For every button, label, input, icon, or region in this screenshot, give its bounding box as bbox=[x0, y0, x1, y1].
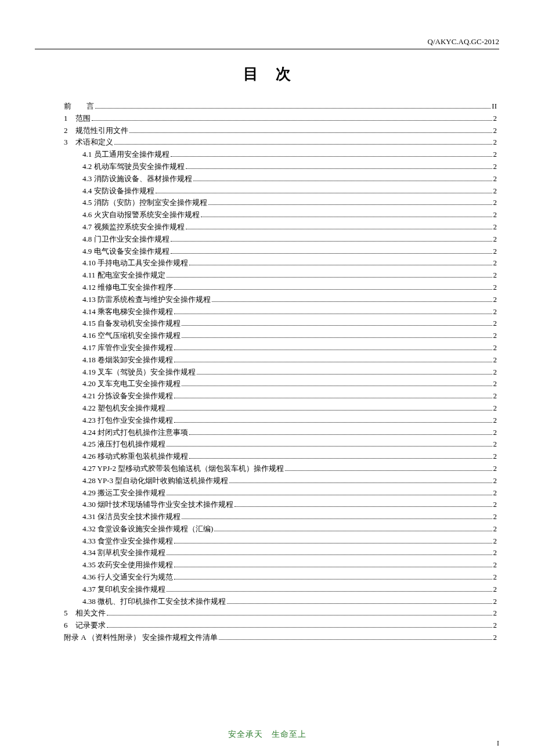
toc-leader-dots bbox=[107, 615, 492, 615]
toc-entry: 4.33 食堂作业安全操作规程2 bbox=[64, 535, 497, 548]
toc-entry-label: 4.18 卷烟装卸安全操作规程 bbox=[82, 354, 173, 366]
toc-entry-label: 2 规范性引用文件 bbox=[64, 125, 128, 137]
toc-entry: 4.4 安防设备操作规程2 bbox=[64, 185, 497, 197]
toc-entry-page: II bbox=[492, 100, 497, 113]
toc-entry-label: 4.30 烟叶技术现场辅导作业安全技术操作规程 bbox=[82, 499, 233, 511]
toc-entry: 4.5 消防（安防）控制室安全操作规程2 bbox=[64, 197, 497, 209]
toc-entry: 4.20 叉车充电工安全操作规程2 bbox=[64, 378, 497, 390]
toc-entry-label: 4.36 行人交通安全行为规范 bbox=[82, 571, 173, 584]
toc-entry: 4.38 微机、打印机操作工安全技术操作规程2 bbox=[64, 596, 497, 608]
toc-entry-label: 4.3 消防设施设备、器材操作规程 bbox=[82, 173, 192, 185]
toc-entry-page: 2 bbox=[493, 136, 497, 149]
toc-entry-page: 2 bbox=[493, 559, 497, 571]
toc-entry: 4.31 保洁员安全技术操作规程2 bbox=[64, 511, 497, 523]
toc-entry: 2 规范性引用文件2 bbox=[64, 125, 497, 137]
toc-leader-dots bbox=[189, 265, 492, 265]
toc-entry-page: 2 bbox=[493, 378, 497, 390]
toc-entry-page: 2 bbox=[493, 620, 497, 632]
toc-entry-label: 4.2 机动车驾驶员安全操作规程 bbox=[82, 161, 185, 173]
toc-leader-dots bbox=[167, 495, 492, 495]
toc-entry: 4.23 打包作业安全操作规程2 bbox=[64, 415, 497, 427]
toc-entry-label: 3 术语和定义 bbox=[64, 136, 113, 149]
toc-title: 目次 bbox=[35, 64, 499, 84]
toc-leader-dots bbox=[186, 229, 492, 229]
toc-entry-page: 2 bbox=[493, 257, 497, 269]
toc-entry-page: 2 bbox=[493, 113, 497, 125]
toc-leader-dots bbox=[167, 277, 492, 278]
toc-leader-dots bbox=[197, 374, 492, 375]
toc-entry-page: 2 bbox=[493, 571, 497, 584]
toc-entry-label: 4.33 食堂作业安全操作规程 bbox=[82, 535, 173, 548]
toc-entry-label: 4.20 叉车充电工安全操作规程 bbox=[82, 378, 181, 390]
toc-entry-label: 4.27 YPJ-2 型移动式胶带装包输送机（烟包装车机）操作规程 bbox=[82, 463, 284, 475]
toc-entry-label: 4.34 割草机安全操作规程 bbox=[82, 547, 165, 559]
toc-entry-page: 2 bbox=[493, 584, 497, 596]
toc-entry-page: 2 bbox=[493, 523, 497, 535]
toc-entry-page: 2 bbox=[493, 427, 497, 439]
toc-entry-label: 前 言 bbox=[64, 100, 94, 113]
toc-entry-label: 4.23 打包作业安全操作规程 bbox=[82, 415, 173, 427]
footer-motto: 安全承天 生命至上 bbox=[0, 729, 534, 740]
toc-leader-dots bbox=[167, 591, 492, 592]
toc-entry: 4.24 封闭式打包机操作注意事项2 bbox=[64, 427, 497, 439]
toc-entry-label: 4.10 手持电动工具安全操作规程 bbox=[82, 257, 188, 269]
toc-entry-page: 2 bbox=[493, 246, 497, 258]
toc-entry-page: 2 bbox=[493, 330, 497, 342]
toc-entry-page: 2 bbox=[493, 149, 497, 161]
toc-entry-label: 4.6 火灾自动报警系统安全操作规程 bbox=[82, 209, 200, 221]
toc-leader-dots bbox=[285, 470, 492, 471]
toc-entry-label: 4.21 分拣设备安全操作规程 bbox=[82, 390, 173, 402]
toc-entry: 4.30 烟叶技术现场辅导作业安全技术操作规程2 bbox=[64, 499, 497, 511]
toc-entry-page: 2 bbox=[493, 402, 497, 415]
document-page: Q/AKYC.AQ.GC-2012 目次 前 言II1 范围22 规范性引用文件… bbox=[0, 0, 534, 756]
toc-leader-dots bbox=[186, 168, 492, 169]
toc-entry-page: 2 bbox=[493, 125, 497, 137]
toc-entry-label: 4.38 微机、打印机操作工安全技术操作规程 bbox=[82, 596, 226, 608]
toc-entry: 4.15 自备发动机安全操作规程2 bbox=[64, 318, 497, 330]
toc-entry-label: 1 范围 bbox=[64, 113, 91, 125]
toc-entry-label: 4.4 安防设备操作规程 bbox=[82, 185, 154, 197]
toc-entry-page: 2 bbox=[493, 221, 497, 233]
toc-entry: 4.26 移动式称重包装机操作规程2 bbox=[64, 451, 497, 463]
toc-entry-page: 2 bbox=[493, 197, 497, 209]
toc-leader-dots bbox=[201, 217, 492, 217]
toc-entry: 4.11 配电室安全操作规定2 bbox=[64, 269, 497, 282]
toc-entry-label: 4.5 消防（安防）控制室安全操作规程 bbox=[82, 197, 207, 209]
toc-entry-label: 4.32 食堂设备设施安全操作规程（汇编) bbox=[82, 523, 213, 535]
toc-entry-label: 4.13 防雷系统检查与维护安全操作规程 bbox=[82, 294, 211, 306]
toc-entry-page: 2 bbox=[493, 596, 497, 608]
header-standard-code: Q/AKYC.AQ.GC-2012 bbox=[428, 37, 500, 46]
toc-entry-label: 4.28 YP-3 型自动化烟叶收购输送机操作规程 bbox=[82, 475, 228, 487]
toc-leader-dots bbox=[227, 603, 492, 604]
toc-entry: 5 相关文件2 bbox=[64, 607, 497, 620]
toc-entry-page: 2 bbox=[493, 475, 497, 487]
toc-leader-dots bbox=[182, 325, 492, 326]
toc-leader-dots bbox=[107, 627, 492, 628]
toc-entry-label: 4.29 搬运工安全操作规程 bbox=[82, 487, 165, 499]
toc-entry: 4.10 手持电动工具安全操作规程2 bbox=[64, 257, 497, 269]
toc-entry: 前 言II bbox=[64, 100, 497, 113]
toc-entry: 4.9 电气设备安全操作规程2 bbox=[64, 246, 497, 258]
toc-leader-dots bbox=[174, 362, 492, 362]
toc-entry: 4.12 维修电工安全操作程序2 bbox=[64, 282, 497, 294]
toc-entry-page: 2 bbox=[493, 487, 497, 499]
toc-entry-page: 2 bbox=[493, 269, 497, 282]
toc-entry-label: 4.15 自备发动机安全操作规程 bbox=[82, 318, 181, 330]
toc-entry: 4.7 视频监控系统安全操作规程2 bbox=[64, 221, 497, 233]
toc-entry-label: 6 记录要求 bbox=[64, 620, 106, 632]
toc-entry-label: 4.8 门卫作业安全操作规程 bbox=[82, 233, 169, 246]
toc-entry-page: 2 bbox=[493, 632, 497, 644]
toc-entry-label: 4.22 塑包机安全操作规程 bbox=[82, 402, 165, 415]
toc-leader-dots bbox=[208, 204, 492, 205]
toc-leader-dots bbox=[182, 519, 492, 519]
toc-entry: 4.17 库管作业安全操作规程2 bbox=[64, 342, 497, 354]
toc-entry-page: 2 bbox=[493, 499, 497, 511]
toc-entry: 4.18 卷烟装卸安全操作规程2 bbox=[64, 354, 497, 366]
toc-entry-page: 2 bbox=[493, 463, 497, 475]
toc-entry-label: 4.19 叉车（驾驶员）安全操作规程 bbox=[82, 366, 196, 379]
toc-entry: 4.29 搬运工安全操作规程2 bbox=[64, 487, 497, 499]
toc-entry: 4.25 液压打包机操作规程2 bbox=[64, 438, 497, 451]
toc-leader-dots bbox=[129, 132, 492, 133]
toc-entry-page: 2 bbox=[493, 547, 497, 559]
toc-entry: 3 术语和定义2 bbox=[64, 136, 497, 149]
